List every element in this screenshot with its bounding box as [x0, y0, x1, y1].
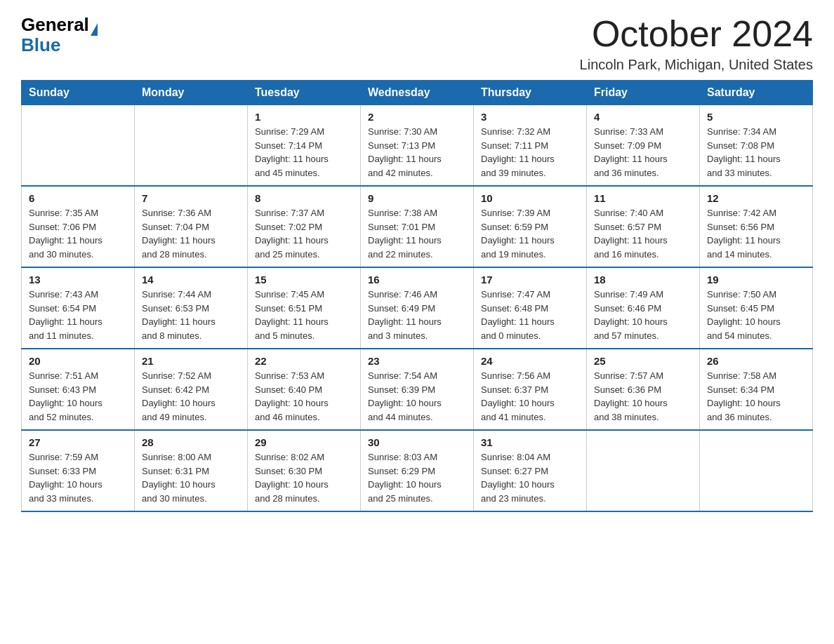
day-number: 20	[29, 355, 127, 367]
day-info: Sunrise: 7:54 AMSunset: 6:39 PMDaylight:…	[368, 369, 466, 424]
day-info: Sunrise: 7:29 AMSunset: 7:14 PMDaylight:…	[255, 125, 353, 180]
calendar-cell: 31Sunrise: 8:04 AMSunset: 6:27 PMDayligh…	[474, 430, 587, 511]
day-info: Sunrise: 7:36 AMSunset: 7:04 PMDaylight:…	[142, 206, 240, 261]
day-info: Sunrise: 7:42 AMSunset: 6:56 PMDaylight:…	[707, 206, 805, 261]
calendar-cell: 17Sunrise: 7:47 AMSunset: 6:48 PMDayligh…	[474, 267, 587, 349]
day-number: 9	[368, 192, 466, 204]
calendar-cell: 19Sunrise: 7:50 AMSunset: 6:45 PMDayligh…	[700, 267, 813, 349]
day-number: 29	[255, 436, 353, 448]
day-info: Sunrise: 7:43 AMSunset: 6:54 PMDaylight:…	[29, 288, 127, 342]
day-info: Sunrise: 7:59 AMSunset: 6:33 PMDaylight:…	[29, 450, 127, 505]
day-number: 31	[481, 436, 579, 448]
day-info: Sunrise: 7:46 AMSunset: 6:49 PMDaylight:…	[368, 288, 466, 342]
calendar-cell: 8Sunrise: 7:37 AMSunset: 7:02 PMDaylight…	[248, 186, 361, 267]
day-info: Sunrise: 7:58 AMSunset: 6:34 PMDaylight:…	[707, 369, 805, 424]
week-row-1: 1Sunrise: 7:29 AMSunset: 7:14 PMDaylight…	[22, 105, 813, 187]
day-number: 7	[142, 192, 240, 204]
day-number: 17	[481, 274, 579, 286]
calendar-cell: 24Sunrise: 7:56 AMSunset: 6:37 PMDayligh…	[474, 349, 587, 430]
calendar-cell	[700, 430, 813, 511]
calendar-cell: 15Sunrise: 7:45 AMSunset: 6:51 PMDayligh…	[248, 267, 361, 349]
calendar-cell: 13Sunrise: 7:43 AMSunset: 6:54 PMDayligh…	[22, 267, 135, 349]
day-number: 11	[594, 192, 692, 204]
day-info: Sunrise: 7:32 AMSunset: 7:11 PMDaylight:…	[481, 125, 579, 180]
calendar-cell: 14Sunrise: 7:44 AMSunset: 6:53 PMDayligh…	[135, 267, 248, 349]
day-number: 5	[707, 111, 805, 123]
day-number: 21	[142, 355, 240, 367]
day-info: Sunrise: 7:51 AMSunset: 6:43 PMDaylight:…	[29, 369, 127, 424]
day-info: Sunrise: 7:57 AMSunset: 6:36 PMDaylight:…	[594, 369, 692, 424]
calendar-cell: 23Sunrise: 7:54 AMSunset: 6:39 PMDayligh…	[361, 349, 474, 430]
weekday-header-tuesday: Tuesday	[248, 81, 361, 105]
calendar-cell: 27Sunrise: 7:59 AMSunset: 6:33 PMDayligh…	[22, 430, 135, 511]
day-info: Sunrise: 7:30 AMSunset: 7:13 PMDaylight:…	[368, 125, 466, 180]
calendar-cell: 2Sunrise: 7:30 AMSunset: 7:13 PMDaylight…	[361, 105, 474, 187]
day-number: 15	[255, 274, 353, 286]
calendar-cell: 30Sunrise: 8:03 AMSunset: 6:29 PMDayligh…	[361, 430, 474, 511]
logo-blue-text: Blue	[21, 34, 60, 56]
day-number: 8	[255, 192, 353, 204]
day-number: 13	[29, 274, 127, 286]
calendar-cell: 7Sunrise: 7:36 AMSunset: 7:04 PMDaylight…	[135, 186, 248, 267]
calendar: SundayMondayTuesdayWednesdayThursdayFrid…	[21, 80, 813, 512]
day-number: 25	[594, 355, 692, 367]
day-info: Sunrise: 7:40 AMSunset: 6:57 PMDaylight:…	[594, 206, 692, 261]
day-info: Sunrise: 7:39 AMSunset: 6:59 PMDaylight:…	[481, 206, 579, 261]
day-info: Sunrise: 7:47 AMSunset: 6:48 PMDaylight:…	[481, 288, 579, 342]
calendar-cell: 25Sunrise: 7:57 AMSunset: 6:36 PMDayligh…	[587, 349, 700, 430]
calendar-cell: 10Sunrise: 7:39 AMSunset: 6:59 PMDayligh…	[474, 186, 587, 267]
day-number: 28	[142, 436, 240, 448]
calendar-cell: 22Sunrise: 7:53 AMSunset: 6:40 PMDayligh…	[248, 349, 361, 430]
day-number: 12	[707, 192, 805, 204]
day-number: 2	[368, 111, 466, 123]
month-title: October 2024	[580, 14, 813, 54]
day-number: 22	[255, 355, 353, 367]
day-number: 1	[255, 111, 353, 123]
day-info: Sunrise: 8:02 AMSunset: 6:30 PMDaylight:…	[255, 450, 353, 505]
weekday-header-wednesday: Wednesday	[361, 81, 474, 105]
weekday-header-thursday: Thursday	[474, 81, 587, 105]
calendar-cell: 28Sunrise: 8:00 AMSunset: 6:31 PMDayligh…	[135, 430, 248, 511]
logo-general-text: General	[21, 14, 89, 36]
day-number: 18	[594, 274, 692, 286]
logo: General Blue	[21, 14, 98, 56]
calendar-cell: 6Sunrise: 7:35 AMSunset: 7:06 PMDaylight…	[22, 186, 135, 267]
day-info: Sunrise: 7:38 AMSunset: 7:01 PMDaylight:…	[368, 206, 466, 261]
day-number: 3	[481, 111, 579, 123]
day-number: 10	[481, 192, 579, 204]
day-number: 6	[29, 192, 127, 204]
title-section: October 2024 Lincoln Park, Michigan, Uni…	[580, 14, 813, 73]
day-number: 14	[142, 274, 240, 286]
calendar-cell	[22, 105, 135, 187]
day-info: Sunrise: 8:03 AMSunset: 6:29 PMDaylight:…	[368, 450, 466, 505]
day-info: Sunrise: 7:35 AMSunset: 7:06 PMDaylight:…	[29, 206, 127, 261]
day-info: Sunrise: 7:33 AMSunset: 7:09 PMDaylight:…	[594, 125, 692, 180]
day-info: Sunrise: 7:34 AMSunset: 7:08 PMDaylight:…	[707, 125, 805, 180]
day-info: Sunrise: 7:56 AMSunset: 6:37 PMDaylight:…	[481, 369, 579, 424]
day-info: Sunrise: 7:49 AMSunset: 6:46 PMDaylight:…	[594, 288, 692, 342]
weekday-header-saturday: Saturday	[700, 81, 813, 105]
calendar-cell: 18Sunrise: 7:49 AMSunset: 6:46 PMDayligh…	[587, 267, 700, 349]
header: General Blue October 2024 Lincoln Park, …	[21, 14, 813, 73]
weekday-header-row: SundayMondayTuesdayWednesdayThursdayFrid…	[22, 81, 813, 105]
calendar-cell: 29Sunrise: 8:02 AMSunset: 6:30 PMDayligh…	[248, 430, 361, 511]
calendar-cell: 12Sunrise: 7:42 AMSunset: 6:56 PMDayligh…	[700, 186, 813, 267]
day-info: Sunrise: 8:04 AMSunset: 6:27 PMDaylight:…	[481, 450, 579, 505]
calendar-cell: 4Sunrise: 7:33 AMSunset: 7:09 PMDaylight…	[587, 105, 700, 187]
calendar-cell: 1Sunrise: 7:29 AMSunset: 7:14 PMDaylight…	[248, 105, 361, 187]
calendar-cell: 5Sunrise: 7:34 AMSunset: 7:08 PMDaylight…	[700, 105, 813, 187]
week-row-3: 13Sunrise: 7:43 AMSunset: 6:54 PMDayligh…	[22, 267, 813, 349]
day-info: Sunrise: 7:45 AMSunset: 6:51 PMDaylight:…	[255, 288, 353, 342]
calendar-cell	[135, 105, 248, 187]
day-number: 19	[707, 274, 805, 286]
weekday-header-sunday: Sunday	[22, 81, 135, 105]
calendar-cell: 9Sunrise: 7:38 AMSunset: 7:01 PMDaylight…	[361, 186, 474, 267]
logo-triangle-icon	[91, 23, 98, 36]
day-number: 27	[29, 436, 127, 448]
calendar-cell: 21Sunrise: 7:52 AMSunset: 6:42 PMDayligh…	[135, 349, 248, 430]
day-number: 26	[707, 355, 805, 367]
weekday-header-friday: Friday	[587, 81, 700, 105]
day-info: Sunrise: 7:50 AMSunset: 6:45 PMDaylight:…	[707, 288, 805, 342]
week-row-4: 20Sunrise: 7:51 AMSunset: 6:43 PMDayligh…	[22, 349, 813, 430]
day-info: Sunrise: 7:53 AMSunset: 6:40 PMDaylight:…	[255, 369, 353, 424]
